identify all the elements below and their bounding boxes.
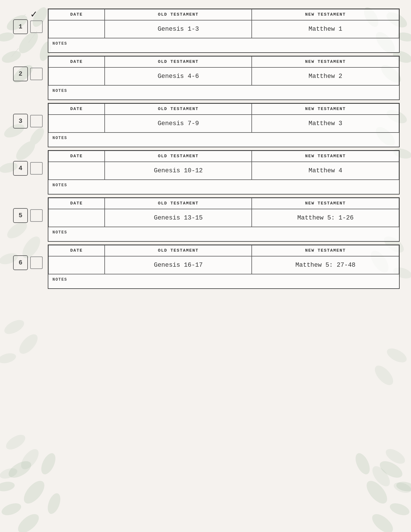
col-ot-header-1: OLD TESTAMENT xyxy=(105,9,252,20)
col-nt-header-3: NEW TESTAMENT xyxy=(252,104,399,115)
cell-ot-reading-1: Genesis 1-3 xyxy=(105,20,252,38)
cell-date-5[interactable] xyxy=(49,209,105,227)
cell-ot-reading-6: Genesis 16-17 xyxy=(105,256,252,274)
cell-date-4[interactable] xyxy=(49,162,105,180)
entry-number-badge-3: 3 xyxy=(13,114,28,129)
cell-ot-reading-5: Genesis 13-15 xyxy=(105,209,252,227)
cell-date-1[interactable] xyxy=(49,20,105,38)
checkmark-decoration: ✓ xyxy=(31,8,37,20)
svg-point-36 xyxy=(369,511,396,532)
svg-point-48 xyxy=(4,432,28,452)
svg-point-33 xyxy=(388,501,411,517)
reading-table-3: DATEOLD TESTAMENTNEW TESTAMENTGenesis 7-… xyxy=(48,103,399,147)
svg-point-26 xyxy=(0,501,23,517)
notes-label-4[interactable]: NOTES xyxy=(49,180,399,194)
entry-row-4: 4DATEOLD TESTAMENTNEW TESTAMENTGenesis 1… xyxy=(9,150,400,194)
table-wrapper-6: DATEOLD TESTAMENTNEW TESTAMENTGenesis 16… xyxy=(48,245,400,289)
cell-nt-reading-2: Matthew 2 xyxy=(252,67,399,85)
col-nt-header-4: NEW TESTAMENT xyxy=(252,151,399,162)
entry-checkbox-6[interactable] xyxy=(30,256,43,269)
entry-number-area-3: 3 xyxy=(9,103,43,129)
reading-table-4: DATEOLD TESTAMENTNEW TESTAMENTGenesis 10… xyxy=(48,151,399,194)
notes-label-6[interactable]: NOTES xyxy=(49,274,399,288)
svg-point-30 xyxy=(45,492,63,516)
svg-point-50 xyxy=(0,466,18,481)
cell-date-3[interactable] xyxy=(49,115,105,133)
table-wrapper-4: DATEOLD TESTAMENTNEW TESTAMENTGenesis 10… xyxy=(48,150,400,194)
svg-point-32 xyxy=(363,477,391,507)
cell-nt-reading-6: Matthew 5: 27-48 xyxy=(252,256,399,274)
col-date-header-2: DATE xyxy=(49,57,105,68)
entry-row-6: 6DATEOLD TESTAMENTNEW TESTAMENTGenesis 1… xyxy=(9,245,400,289)
svg-point-25 xyxy=(20,477,48,507)
svg-point-49 xyxy=(18,446,42,472)
entry-number-area-1: 1 xyxy=(9,9,43,34)
svg-point-43 xyxy=(2,317,26,337)
col-ot-header-6: OLD TESTAMENT xyxy=(105,245,252,256)
svg-point-29 xyxy=(15,511,42,532)
cell-nt-reading-5: Matthew 5: 1-26 xyxy=(252,209,399,227)
svg-point-31 xyxy=(377,458,405,481)
table-wrapper-2: DATEOLD TESTAMENTNEW TESTAMENTGenesis 4-… xyxy=(48,56,400,100)
cell-nt-reading-4: Matthew 4 xyxy=(252,162,399,180)
reading-table-6: DATEOLD TESTAMENTNEW TESTAMENTGenesis 16… xyxy=(48,245,399,288)
notes-label-2[interactable]: NOTES xyxy=(49,85,399,100)
col-ot-header-3: OLD TESTAMENT xyxy=(105,104,252,115)
col-date-header-6: DATE xyxy=(49,245,105,256)
col-date-header-3: DATE xyxy=(49,104,105,115)
cell-date-2[interactable] xyxy=(49,67,105,85)
entry-number-badge-2: 2 xyxy=(13,67,28,81)
entry-checkbox-4[interactable] xyxy=(30,162,43,175)
svg-point-27 xyxy=(38,451,58,476)
reading-table-1: DATEOLD TESTAMENTNEW TESTAMENTGenesis 1-… xyxy=(48,9,399,52)
svg-point-35 xyxy=(396,481,411,493)
entry-checkbox-2[interactable] xyxy=(30,68,43,80)
svg-point-44 xyxy=(16,331,41,357)
cell-nt-reading-1: Matthew 1 xyxy=(252,20,399,38)
svg-point-28 xyxy=(0,481,15,493)
cell-nt-reading-3: Matthew 3 xyxy=(252,115,399,133)
col-ot-header-5: OLD TESTAMENT xyxy=(105,198,252,209)
svg-point-45 xyxy=(0,351,17,365)
col-date-header-1: DATE xyxy=(49,9,105,20)
entry-number-badge-5: 5 xyxy=(13,208,28,223)
entry-checkbox-5[interactable] xyxy=(30,209,43,222)
svg-point-34 xyxy=(353,451,373,476)
entry-number-area-5: 5 xyxy=(9,197,43,223)
entry-number-badge-4: 4 xyxy=(13,161,28,176)
col-date-header-4: DATE xyxy=(49,151,105,162)
entry-checkbox-3[interactable] xyxy=(30,115,43,127)
entry-checkbox-1[interactable] xyxy=(30,20,43,33)
svg-point-24 xyxy=(6,458,34,481)
col-ot-header-4: OLD TESTAMENT xyxy=(105,151,252,162)
svg-point-51 xyxy=(383,446,408,467)
cell-ot-reading-3: Genesis 7-9 xyxy=(105,115,252,133)
col-nt-header-6: NEW TESTAMENT xyxy=(252,245,399,256)
svg-point-53 xyxy=(393,481,411,495)
table-wrapper-3: DATEOLD TESTAMENTNEW TESTAMENTGenesis 7-… xyxy=(48,103,400,147)
notes-label-5[interactable]: NOTES xyxy=(49,227,399,241)
entry-row-5: 5DATEOLD TESTAMENTNEW TESTAMENTGenesis 1… xyxy=(9,197,400,242)
entry-number-badge-6: 6 xyxy=(13,255,28,270)
col-nt-header-2: NEW TESTAMENT xyxy=(252,57,399,68)
col-nt-header-5: NEW TESTAMENT xyxy=(252,198,399,209)
col-date-header-5: DATE xyxy=(49,198,105,209)
main-content: 1DATEOLD TESTAMENTNEW TESTAMENTGenesis 1… xyxy=(0,0,411,300)
svg-point-47 xyxy=(371,363,396,388)
svg-point-52 xyxy=(369,463,393,489)
entry-row-2: 2DATEOLD TESTAMENTNEW TESTAMENTGenesis 4… xyxy=(9,56,400,100)
col-ot-header-2: OLD TESTAMENT xyxy=(105,57,252,68)
cell-ot-reading-2: Genesis 4-6 xyxy=(105,67,252,85)
notes-label-1[interactable]: NOTES xyxy=(49,38,399,52)
svg-point-46 xyxy=(385,345,409,365)
cell-ot-reading-4: Genesis 10-12 xyxy=(105,162,252,180)
entry-number-area-6: 6 xyxy=(9,245,43,270)
notes-label-3[interactable]: NOTES xyxy=(49,133,399,147)
cell-date-6[interactable] xyxy=(49,256,105,274)
entry-number-area-2: 2 xyxy=(9,56,43,81)
entry-row-3: 3DATEOLD TESTAMENTNEW TESTAMENTGenesis 7… xyxy=(9,103,400,147)
entry-number-area-4: 4 xyxy=(9,150,43,176)
table-wrapper-1: DATEOLD TESTAMENTNEW TESTAMENTGenesis 1-… xyxy=(48,9,400,53)
reading-table-2: DATEOLD TESTAMENTNEW TESTAMENTGenesis 4-… xyxy=(48,56,399,100)
reading-table-5: DATEOLD TESTAMENTNEW TESTAMENTGenesis 13… xyxy=(48,198,399,241)
